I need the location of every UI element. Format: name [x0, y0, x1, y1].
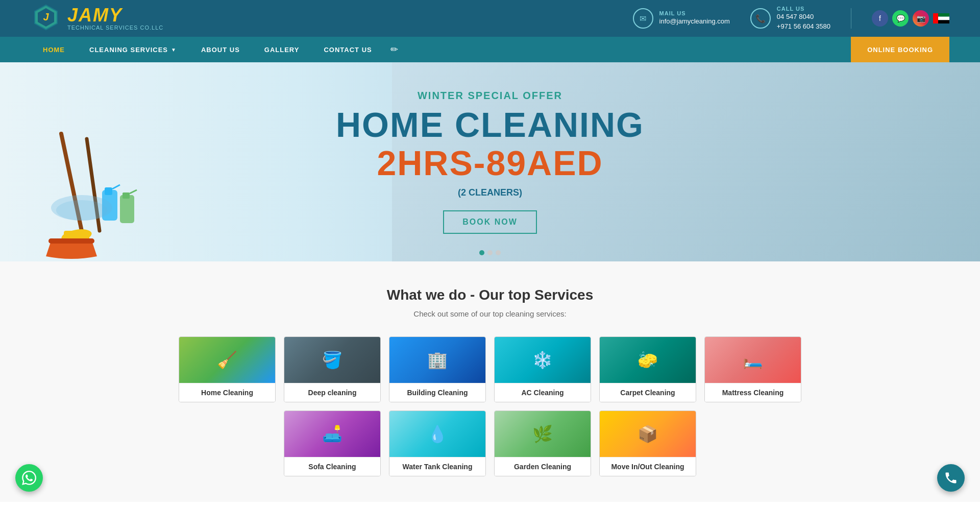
whatsapp-link[interactable]: 💬	[892, 10, 909, 27]
flag-icon	[933, 13, 949, 23]
nav-cleaning-services[interactable]: CLEANING SERVICES ▼	[77, 37, 189, 62]
service-icon-4: 🧽	[600, 337, 696, 383]
service-card-img-8: 🌿	[495, 411, 591, 457]
service-card-0[interactable]: 🧹 Home Cleaning	[179, 336, 276, 402]
nav-extra-icon: ✏	[384, 44, 404, 55]
call-info: CALL US 04 547 8040 +971 56 604 3580	[777, 6, 830, 32]
call-contact: 📞 CALL US 04 547 8040 +971 56 604 3580	[750, 6, 830, 32]
brand-tagline: TECHNICAL SERVICES CO.LLC	[67, 25, 163, 31]
service-card-img-7: 💧	[389, 411, 485, 457]
service-icon-1: 🪣	[284, 337, 380, 383]
online-booking-button[interactable]: ONLINE BOOKING	[851, 37, 949, 62]
dropdown-arrow-icon: ▼	[171, 47, 177, 53]
service-card-img-2: 🏢	[389, 337, 485, 383]
services-subtitle: Check out some of our top cleaning servi…	[31, 309, 949, 318]
mail-contact: ✉ MAIL US info@jamycleaning.com	[633, 8, 730, 29]
logo-icon: J	[31, 3, 61, 34]
nav-gallery[interactable]: GALLERY	[252, 37, 312, 62]
facebook-link[interactable]: f	[872, 10, 888, 27]
service-card-img-6: 🛋️	[284, 411, 380, 457]
svg-line-14	[112, 185, 120, 189]
service-icon-7: 💧	[389, 411, 485, 457]
social-icons: f 💬 📷	[872, 10, 949, 27]
call-float-button[interactable]	[937, 464, 965, 492]
service-card-5[interactable]: 🛏️ Mattress Cleaning	[704, 336, 801, 402]
nav-about-us[interactable]: ABOUT US	[189, 37, 252, 62]
phone1-value: 04 547 8040	[777, 12, 830, 22]
svg-text:J: J	[43, 11, 49, 22]
nav-home[interactable]: HOME	[31, 37, 77, 62]
service-card-label-4: Carpet Cleaning	[600, 383, 696, 402]
service-card-label-0: Home Cleaning	[179, 383, 275, 402]
service-card-1[interactable]: 🪣 Deep cleaning	[284, 336, 381, 402]
service-card-img-9: 📦	[600, 411, 696, 457]
nav-bar: HOME CLEANING SERVICES ▼ ABOUT US GALLER…	[0, 37, 980, 62]
instagram-link[interactable]: 📷	[913, 10, 929, 27]
svg-rect-16	[122, 192, 130, 199]
top-bar: J JAMY TECHNICAL SERVICES CO.LLC ✉ MAIL …	[0, 0, 980, 37]
svg-rect-13	[105, 187, 112, 195]
service-card-2[interactable]: 🏢 Building Cleaning	[389, 336, 486, 402]
nav-contact-us[interactable]: CONTACT US	[311, 37, 384, 62]
service-card-img-5: 🛏️	[705, 337, 801, 383]
service-icon-8: 🌿	[495, 411, 591, 457]
vertical-divider	[851, 8, 851, 29]
mail-info: MAIL US info@jamycleaning.com	[659, 10, 730, 27]
hero-dot-1	[479, 250, 484, 255]
service-card-3[interactable]: ❄️ AC Cleaning	[494, 336, 591, 402]
service-card-label-9: Move In/Out Cleaning	[600, 457, 696, 476]
logo-area: J JAMY TECHNICAL SERVICES CO.LLC	[31, 3, 163, 34]
call-label: CALL US	[777, 6, 830, 12]
hero-illustration	[20, 98, 163, 261]
hero-dots	[479, 250, 501, 255]
hero-price: 2HRS-89AED	[336, 144, 644, 182]
services-grid: 🧹 Home Cleaning 🪣 Deep cleaning 🏢 Buildi…	[133, 336, 847, 476]
svg-rect-15	[120, 195, 134, 223]
call-float-icon	[944, 471, 958, 485]
service-icon-9: 📦	[600, 411, 696, 457]
service-icon-3: ❄️	[495, 337, 591, 383]
service-icon-6: 🛋️	[284, 411, 380, 457]
mail-icon: ✉	[633, 8, 653, 29]
service-icon-2: 🏢	[389, 337, 485, 383]
service-icon-5: 🛏️	[705, 337, 801, 383]
phone-icon: 📞	[750, 8, 771, 29]
service-card-6[interactable]: 🛋️ Sofa Cleaning	[284, 411, 381, 476]
hero-subtitle: WINTER SPECIAL OFFER	[336, 90, 644, 102]
nav-links: HOME CLEANING SERVICES ▼ ABOUT US GALLER…	[31, 37, 851, 62]
hero-banner: WINTER SPECIAL OFFER HOME CLEANING 2HRS-…	[0, 62, 980, 261]
svg-rect-6	[933, 13, 938, 23]
service-card-img-3: ❄️	[495, 337, 591, 383]
service-card-label-1: Deep cleaning	[284, 383, 380, 402]
service-card-9[interactable]: 📦 Move In/Out Cleaning	[599, 411, 696, 476]
services-section: What we do - Our top Services Check out …	[0, 261, 980, 502]
service-card-img-0: 🧹	[179, 337, 275, 383]
service-card-label-6: Sofa Cleaning	[284, 457, 380, 476]
service-card-label-5: Mattress Cleaning	[705, 383, 801, 402]
hero-dot-2	[487, 250, 493, 255]
phone2-value: +971 56 604 3580	[777, 21, 830, 32]
service-card-label-8: Garden Cleaning	[495, 457, 591, 476]
whatsapp-float-button[interactable]	[15, 464, 43, 492]
book-now-button[interactable]: BOOK NOW	[443, 210, 537, 234]
hero-title: HOME CLEANING	[336, 106, 644, 144]
services-title: What we do - Our top Services	[31, 287, 949, 303]
service-icon-0: 🧹	[179, 337, 275, 383]
service-card-8[interactable]: 🌿 Garden Cleaning	[494, 411, 591, 476]
svg-point-19	[56, 200, 107, 221]
hero-note: (2 CLEANERS)	[336, 187, 644, 198]
service-card-7[interactable]: 💧 Water Tank Cleaning	[389, 411, 486, 476]
service-card-label-3: AC Cleaning	[495, 383, 591, 402]
service-card-label-7: Water Tank Cleaning	[389, 457, 485, 476]
whatsapp-float-icon	[22, 471, 36, 485]
service-card-4[interactable]: 🧽 Carpet Cleaning	[599, 336, 696, 402]
service-card-img-4: 🧽	[600, 337, 696, 383]
logo-text: JAMY TECHNICAL SERVICES CO.LLC	[67, 6, 163, 31]
service-card-label-2: Building Cleaning	[389, 383, 485, 402]
svg-rect-11	[48, 238, 94, 244]
mail-value: info@jamycleaning.com	[659, 16, 730, 27]
svg-line-17	[130, 190, 137, 194]
hero-content: WINTER SPECIAL OFFER HOME CLEANING 2HRS-…	[336, 90, 644, 234]
contact-area: ✉ MAIL US info@jamycleaning.com 📞 CALL U…	[633, 6, 949, 32]
hero-dot-3	[496, 250, 501, 255]
